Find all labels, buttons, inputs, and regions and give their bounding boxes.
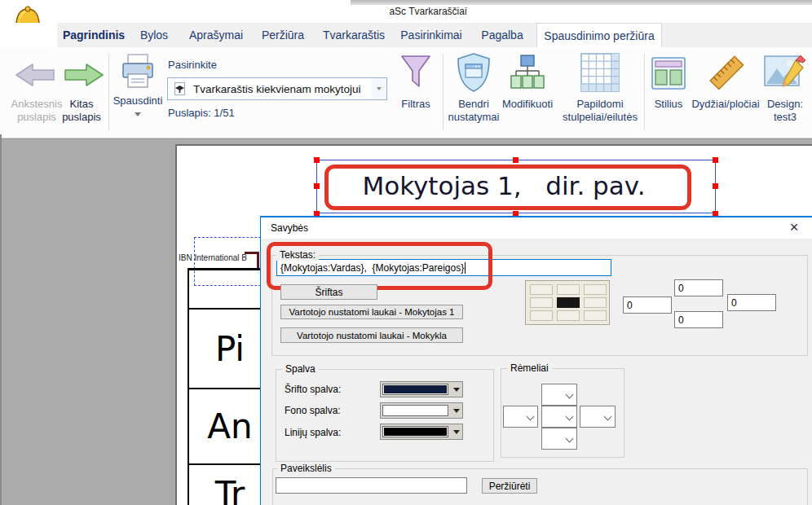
border-center-combo[interactable] <box>541 406 577 428</box>
font-color-combo[interactable] <box>380 381 463 397</box>
chevron-down-icon <box>453 430 460 434</box>
tab-aprasymai[interactable]: Aprašymai <box>186 23 246 47</box>
day-cell-tr: Tr <box>189 465 271 505</box>
schedule-select-label: Pasirinkite <box>168 59 217 72</box>
color-group-label: Spalva <box>282 363 319 375</box>
window-chrome-fragment <box>351 0 812 5</box>
background-color-swatch <box>382 405 448 416</box>
tabstrip-app-gap <box>0 23 57 47</box>
margin-bottom-input[interactable] <box>674 311 723 328</box>
tab-pasirinkimai[interactable]: Pasirinkimai <box>398 23 465 47</box>
sizes-button[interactable]: Dydžiai/pločiai <box>686 50 765 135</box>
margin-right-input[interactable] <box>727 294 776 311</box>
chevron-down-icon <box>377 87 382 90</box>
timetable-day-column: Pi An Tr <box>188 268 271 505</box>
modify-icon <box>509 54 546 91</box>
border-bottom-combo[interactable] <box>541 428 577 450</box>
close-icon[interactable]: × <box>786 218 802 236</box>
border-right-combo[interactable] <box>580 406 616 428</box>
selection-handle[interactable] <box>713 183 718 189</box>
tab-tvarkarastis[interactable]: Tvarkaraštis <box>320 23 388 47</box>
align-cell-middle-right[interactable] <box>584 297 607 308</box>
modify-label: Modifikuoti <box>492 98 563 111</box>
print-button[interactable]: Spausdinti <box>104 50 171 135</box>
border-top-combo[interactable] <box>541 384 577 406</box>
background-color-combo[interactable] <box>380 402 463 419</box>
tab-pagalba[interactable]: Pagalba <box>476 23 528 47</box>
font-color-swatch <box>382 384 448 395</box>
extra-columns-button[interactable]: Papildomi stulpeliai/eilutės <box>558 50 642 135</box>
page-indicator: Puslapis: 1/51 <box>168 107 235 120</box>
picture-preview-button[interactable]: Peržiūrėti <box>482 478 537 494</box>
filter-button[interactable]: Filtras <box>390 50 442 135</box>
align-cell-top-left[interactable] <box>530 284 553 295</box>
border-left-combo[interactable] <box>503 406 538 428</box>
background-color-label: Fono spalva: <box>285 405 341 416</box>
align-cell-bottom-center[interactable] <box>557 310 580 321</box>
title-bar: aSc Tvarkaraščiai <box>0 0 812 23</box>
tab-spausdinimo-perziura[interactable]: Spausdinimo peržiūra <box>536 23 662 47</box>
align-cell-middle-center[interactable] <box>557 297 580 308</box>
background-color-dropdown[interactable] <box>450 403 462 418</box>
picture-path-input[interactable] <box>276 477 467 494</box>
font-button[interactable]: Šriftas <box>280 284 377 300</box>
align-cell-top-right[interactable] <box>584 284 607 295</box>
window-edge <box>0 134 2 505</box>
print-icon <box>119 52 157 93</box>
chevron-down-icon <box>566 435 574 443</box>
schedule-combobox[interactable]: Tvarkaraštis kiekvienam mokytojui <box>167 77 387 100</box>
custom-fields-school-button[interactable]: Vartotojo nustatomi laukai - Mokykla <box>280 327 463 343</box>
align-cell-bottom-right[interactable] <box>584 310 607 321</box>
print-label: Spausdinti <box>104 94 171 108</box>
modify-button[interactable]: Modifikuoti <box>492 50 563 135</box>
design-button[interactable]: Design: test3 <box>758 50 812 135</box>
window-title: aSc Tvarkaraščiai <box>326 6 530 17</box>
margin-top-input[interactable] <box>674 279 723 296</box>
borders-group-label: Rėmeliai <box>507 362 552 374</box>
selection-handle[interactable] <box>713 157 718 163</box>
chevron-down-icon <box>604 413 612 421</box>
extra-columns-icon <box>580 52 620 93</box>
selection-handle[interactable] <box>314 183 320 189</box>
day-header-cell <box>189 270 271 310</box>
selection-handle[interactable] <box>314 157 320 163</box>
chevron-down-icon <box>453 388 460 392</box>
style-button[interactable]: Stilius <box>646 50 691 135</box>
extra-columns-label-1: Papildomi <box>558 98 642 111</box>
chevron-down-icon <box>527 413 535 421</box>
tab-pagrindinis[interactable]: Pagrindinis <box>62 23 126 47</box>
tab-bylos[interactable]: Bylos <box>134 23 174 47</box>
margin-left-input[interactable] <box>623 296 672 314</box>
alignment-selector[interactable] <box>525 280 610 325</box>
schedule-combo-arrow-zone[interactable] <box>372 78 386 99</box>
extra-columns-label-2: stulpeliai/eilutės <box>558 111 642 124</box>
selection-handle[interactable] <box>513 157 519 163</box>
align-cell-bottom-left[interactable] <box>530 310 553 321</box>
school-name-text: IBN International B <box>179 253 247 262</box>
filter-icon <box>399 54 432 93</box>
font-color-label: Šrifto spalva: <box>285 384 341 395</box>
text-group-label: Tekstas: <box>276 249 319 261</box>
sizes-icon <box>705 50 748 94</box>
line-color-combo[interactable] <box>380 424 463 440</box>
asc-timetables-window: { "window": { "title": "aSc Tvarkaraščia… <box>0 0 812 505</box>
custom-fields-teacher-button[interactable]: Vartotojo nustatomi laukai - Mokytojas 1 <box>280 305 463 319</box>
ribbon-separator <box>443 54 444 130</box>
timetable-fragment <box>257 252 259 268</box>
font-color-dropdown[interactable] <box>450 382 462 397</box>
next-page-icon <box>64 62 104 88</box>
chevron-down-icon <box>453 409 460 413</box>
align-cell-middle-left[interactable] <box>530 297 553 308</box>
ribbon-tab-strip: Pagrindinis Bylos Aprašymai Peržiūra Tva… <box>0 23 812 47</box>
properties-dialog: Savybės × Tekstas: {Mokytojas:Vardas}, {… <box>260 216 812 505</box>
print-dropdown-icon <box>135 112 141 116</box>
dialog-title-bar[interactable]: Savybės × <box>261 217 812 239</box>
preview-header-text[interactable]: Mokytojas 1, dir. pav. <box>324 165 683 207</box>
style-label: Stilius <box>646 98 691 111</box>
line-color-dropdown[interactable] <box>450 424 462 439</box>
filter-label: Filtras <box>390 98 442 111</box>
ribbon: Ankstesnis puslapis Kitas puslapis Spaus… <box>0 47 812 138</box>
tab-perziura[interactable]: Peržiūra <box>256 23 310 47</box>
align-cell-top-center[interactable] <box>557 284 580 295</box>
line-color-label: Linijų spalva: <box>285 427 341 438</box>
